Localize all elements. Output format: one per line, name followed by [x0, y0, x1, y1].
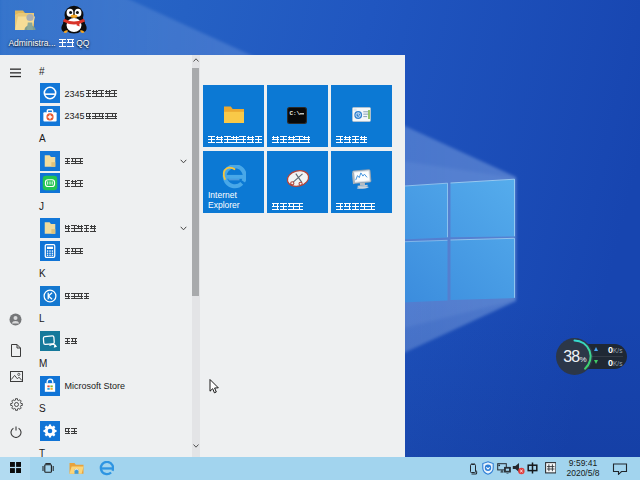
svg-text:C:\: C:\ — [289, 109, 300, 116]
